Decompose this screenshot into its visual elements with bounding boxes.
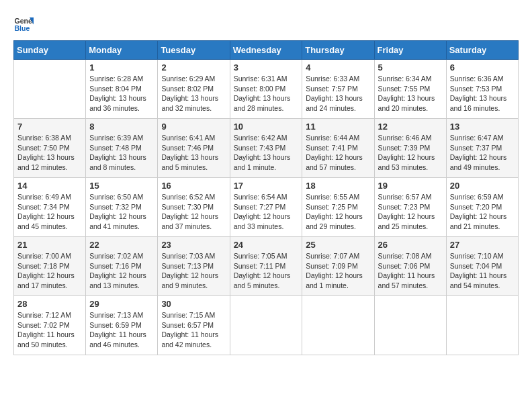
day-number: 23 — [161, 240, 226, 250]
day-number: 21 — [17, 240, 82, 250]
day-info: Sunrise: 6:38 AM Sunset: 7:50 PM Dayligh… — [17, 133, 82, 173]
day-number: 12 — [378, 122, 443, 132]
day-info: Sunrise: 7:15 AM Sunset: 6:57 PM Dayligh… — [161, 310, 226, 350]
calendar-cell: 17Sunrise: 6:54 AM Sunset: 7:27 PM Dayli… — [230, 178, 302, 237]
calendar-cell: 26Sunrise: 7:08 AM Sunset: 7:06 PM Dayli… — [374, 237, 446, 296]
calendar-cell: 30Sunrise: 7:15 AM Sunset: 6:57 PM Dayli… — [158, 296, 230, 355]
day-number: 25 — [306, 240, 370, 250]
calendar-cell: 18Sunrise: 6:55 AM Sunset: 7:25 PM Dayli… — [302, 178, 374, 237]
day-number: 4 — [306, 62, 370, 73]
calendar-cell: 3Sunrise: 6:31 AM Sunset: 8:00 PM Daylig… — [230, 60, 302, 119]
day-info: Sunrise: 6:54 AM Sunset: 7:27 PM Dayligh… — [234, 192, 299, 232]
calendar-week-row: 14Sunrise: 6:49 AM Sunset: 7:34 PM Dayli… — [14, 178, 519, 237]
day-info: Sunrise: 7:00 AM Sunset: 7:18 PM Dayligh… — [17, 251, 82, 291]
calendar-cell: 23Sunrise: 7:03 AM Sunset: 7:13 PM Dayli… — [158, 237, 230, 296]
weekday-header-sunday: Sunday — [14, 41, 86, 60]
calendar-cell: 4Sunrise: 6:33 AM Sunset: 7:57 PM Daylig… — [302, 60, 374, 119]
calendar-cell: 20Sunrise: 6:59 AM Sunset: 7:20 PM Dayli… — [446, 178, 518, 237]
calendar-cell: 9Sunrise: 6:41 AM Sunset: 7:46 PM Daylig… — [158, 119, 230, 178]
day-info: Sunrise: 6:52 AM Sunset: 7:30 PM Dayligh… — [161, 192, 226, 232]
day-info: Sunrise: 6:31 AM Sunset: 8:00 PM Dayligh… — [234, 74, 299, 113]
weekday-header-friday: Friday — [374, 41, 446, 60]
day-number: 22 — [89, 240, 154, 250]
day-info: Sunrise: 6:47 AM Sunset: 7:37 PM Dayligh… — [450, 133, 515, 173]
day-number: 19 — [378, 181, 443, 191]
day-info: Sunrise: 6:57 AM Sunset: 7:23 PM Dayligh… — [378, 192, 443, 232]
day-info: Sunrise: 6:33 AM Sunset: 7:57 PM Dayligh… — [306, 74, 370, 113]
logo-icon: General Blue — [13, 13, 34, 34]
day-info: Sunrise: 7:10 AM Sunset: 7:04 PM Dayligh… — [450, 251, 515, 291]
day-info: Sunrise: 7:08 AM Sunset: 7:06 PM Dayligh… — [378, 251, 443, 291]
calendar-cell: 2Sunrise: 6:29 AM Sunset: 8:02 PM Daylig… — [158, 60, 230, 119]
day-info: Sunrise: 6:41 AM Sunset: 7:46 PM Dayligh… — [161, 133, 226, 173]
day-info: Sunrise: 6:59 AM Sunset: 7:20 PM Dayligh… — [450, 192, 515, 232]
day-info: Sunrise: 6:34 AM Sunset: 7:55 PM Dayligh… — [378, 74, 443, 113]
day-info: Sunrise: 7:05 AM Sunset: 7:11 PM Dayligh… — [234, 251, 299, 291]
day-info: Sunrise: 7:02 AM Sunset: 7:16 PM Dayligh… — [89, 251, 154, 291]
weekday-header-row: SundayMondayTuesdayWednesdayThursdayFrid… — [14, 41, 519, 60]
day-number: 11 — [306, 122, 370, 132]
day-info: Sunrise: 6:44 AM Sunset: 7:41 PM Dayligh… — [306, 133, 370, 173]
day-number: 17 — [234, 181, 299, 191]
weekday-header-wednesday: Wednesday — [230, 41, 302, 60]
day-number: 24 — [234, 240, 299, 250]
day-number: 15 — [89, 181, 154, 191]
day-number: 1 — [89, 62, 154, 73]
calendar-cell: 24Sunrise: 7:05 AM Sunset: 7:11 PM Dayli… — [230, 237, 302, 296]
day-number: 9 — [161, 122, 226, 132]
calendar-week-row: 28Sunrise: 7:12 AM Sunset: 7:02 PM Dayli… — [14, 296, 519, 355]
calendar-cell — [446, 296, 518, 355]
calendar-cell: 1Sunrise: 6:28 AM Sunset: 8:04 PM Daylig… — [86, 60, 158, 119]
calendar-cell: 16Sunrise: 6:52 AM Sunset: 7:30 PM Dayli… — [158, 178, 230, 237]
day-info: Sunrise: 6:36 AM Sunset: 7:53 PM Dayligh… — [450, 74, 515, 113]
calendar-cell — [374, 296, 446, 355]
day-info: Sunrise: 6:29 AM Sunset: 8:02 PM Dayligh… — [161, 74, 226, 113]
calendar-cell: 8Sunrise: 6:39 AM Sunset: 7:48 PM Daylig… — [86, 119, 158, 178]
calendar-cell: 28Sunrise: 7:12 AM Sunset: 7:02 PM Dayli… — [14, 296, 86, 355]
day-number: 27 — [450, 240, 515, 250]
calendar-body: 1Sunrise: 6:28 AM Sunset: 8:04 PM Daylig… — [14, 60, 519, 355]
day-number: 28 — [17, 299, 82, 309]
logo: General Blue — [13, 13, 36, 34]
day-info: Sunrise: 7:03 AM Sunset: 7:13 PM Dayligh… — [161, 251, 226, 291]
calendar-cell: 6Sunrise: 6:36 AM Sunset: 7:53 PM Daylig… — [446, 60, 518, 119]
day-number: 8 — [89, 122, 154, 132]
calendar-table: SundayMondayTuesdayWednesdayThursdayFrid… — [13, 40, 519, 355]
calendar-cell: 25Sunrise: 7:07 AM Sunset: 7:09 PM Dayli… — [302, 237, 374, 296]
calendar-cell: 14Sunrise: 6:49 AM Sunset: 7:34 PM Dayli… — [14, 178, 86, 237]
calendar-cell: 19Sunrise: 6:57 AM Sunset: 7:23 PM Dayli… — [374, 178, 446, 237]
calendar-cell: 29Sunrise: 7:13 AM Sunset: 6:59 PM Dayli… — [86, 296, 158, 355]
day-number: 7 — [17, 122, 82, 132]
weekday-header-tuesday: Tuesday — [158, 41, 230, 60]
day-number: 13 — [450, 122, 515, 132]
calendar-cell: 13Sunrise: 6:47 AM Sunset: 7:37 PM Dayli… — [446, 119, 518, 178]
calendar-cell: 22Sunrise: 7:02 AM Sunset: 7:16 PM Dayli… — [86, 237, 158, 296]
calendar-cell: 11Sunrise: 6:44 AM Sunset: 7:41 PM Dayli… — [302, 119, 374, 178]
day-number: 5 — [378, 62, 443, 73]
day-number: 14 — [17, 181, 82, 191]
calendar-cell: 27Sunrise: 7:10 AM Sunset: 7:04 PM Dayli… — [446, 237, 518, 296]
calendar-cell: 21Sunrise: 7:00 AM Sunset: 7:18 PM Dayli… — [14, 237, 86, 296]
day-number: 26 — [378, 240, 443, 250]
day-info: Sunrise: 6:28 AM Sunset: 8:04 PM Dayligh… — [89, 74, 154, 113]
day-info: Sunrise: 6:55 AM Sunset: 7:25 PM Dayligh… — [306, 192, 370, 232]
calendar-cell — [230, 296, 302, 355]
day-number: 10 — [234, 122, 299, 132]
calendar-cell: 7Sunrise: 6:38 AM Sunset: 7:50 PM Daylig… — [14, 119, 86, 178]
weekday-header-thursday: Thursday — [302, 41, 374, 60]
day-info: Sunrise: 6:42 AM Sunset: 7:43 PM Dayligh… — [234, 133, 299, 173]
day-number: 30 — [161, 299, 226, 309]
day-number: 20 — [450, 181, 515, 191]
calendar-cell: 10Sunrise: 6:42 AM Sunset: 7:43 PM Dayli… — [230, 119, 302, 178]
day-number: 16 — [161, 181, 226, 191]
day-info: Sunrise: 6:39 AM Sunset: 7:48 PM Dayligh… — [89, 133, 154, 173]
svg-text:Blue: Blue — [15, 24, 30, 32]
calendar-header: SundayMondayTuesdayWednesdayThursdayFrid… — [14, 41, 519, 60]
day-info: Sunrise: 7:12 AM Sunset: 7:02 PM Dayligh… — [17, 310, 82, 350]
calendar-cell: 12Sunrise: 6:46 AM Sunset: 7:39 PM Dayli… — [374, 119, 446, 178]
day-number: 29 — [89, 299, 154, 309]
weekday-header-saturday: Saturday — [446, 41, 518, 60]
day-info: Sunrise: 6:46 AM Sunset: 7:39 PM Dayligh… — [378, 133, 443, 173]
day-number: 3 — [234, 62, 299, 73]
day-info: Sunrise: 7:07 AM Sunset: 7:09 PM Dayligh… — [306, 251, 370, 291]
